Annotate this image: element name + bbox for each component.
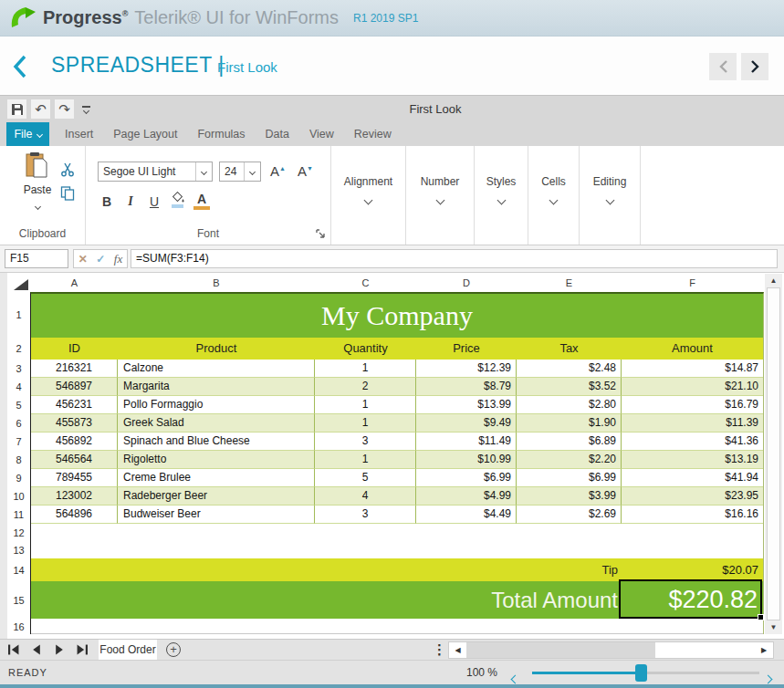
cell-E7[interactable]: $6.89 [517,433,622,451]
next-example-button[interactable] [741,53,768,80]
header-cell-id[interactable]: ID [31,338,118,360]
empty-row[interactable] [31,524,763,541]
bold-button[interactable]: B [99,190,115,210]
cell-B5[interactable]: Pollo Formaggio [118,396,315,414]
formula-input[interactable]: =SUM(F3:F14) [131,249,778,268]
row-header-11[interactable]: 11 [7,506,30,524]
cancel-icon[interactable]: ✕ [78,253,88,266]
shrink-font-button[interactable]: A▼ [298,163,313,179]
cell-E5[interactable]: $2.80 [517,396,622,414]
cell-A3[interactable]: 216321 [31,360,118,378]
header-cell-tax[interactable]: Tax [517,338,622,360]
cell-D4[interactable]: $8.79 [416,378,517,396]
row-header-1[interactable]: 1 [7,292,30,338]
cell-C3[interactable]: 1 [315,360,416,378]
header-cell-product[interactable]: Product [118,338,315,360]
underline-button[interactable]: U [146,190,162,210]
ribbon-group-editing[interactable]: Editing [580,146,641,245]
cell-B9[interactable]: Creme Brulee [118,469,315,487]
font-dialog-launcher-icon[interactable] [316,229,325,238]
cell-B10[interactable]: Radeberger Beer [118,487,315,506]
cut-icon[interactable] [60,162,75,177]
cell-C7[interactable]: 3 [315,433,416,451]
column-header-C[interactable]: C [315,274,416,292]
splitter-grip-icon[interactable]: ⋮ [433,641,446,658]
cell-E4[interactable]: $3.52 [517,378,622,396]
cell-D9[interactable]: $6.99 [416,469,517,487]
column-header-E[interactable]: E [517,274,622,292]
row-header-2[interactable]: 2 [7,338,30,360]
ribbon-tab-review[interactable]: Review [344,122,402,146]
cell-E6[interactable]: $1.90 [517,414,622,433]
cell-C6[interactable]: 1 [315,414,416,433]
file-menu-button[interactable]: File [6,122,49,146]
cell-E11[interactable]: $2.69 [517,506,622,524]
row-header-14[interactable]: 14 [7,558,30,581]
back-chevron-icon[interactable] [13,55,27,78]
ribbon-group-alignment[interactable]: Alignment [331,146,406,245]
zoom-slider-thumb[interactable] [635,664,647,682]
save-button[interactable] [7,99,26,119]
row-header-12[interactable]: 12 [7,524,30,541]
cell-D7[interactable]: $11.49 [416,433,517,451]
cell-B3[interactable]: Calzone [118,360,315,378]
previous-example-button[interactable] [709,53,737,80]
ribbon-tab-insert[interactable]: Insert [55,122,103,146]
select-all-button[interactable] [14,279,28,290]
worksheet-grid[interactable]: My Company IDProductQuantityPriceTaxAmou… [30,292,764,634]
column-header-A[interactable]: A [31,274,118,292]
scroll-down-icon[interactable]: ▼ [765,623,782,631]
last-sheet-icon[interactable] [76,644,89,655]
empty-row[interactable] [31,619,763,634]
row-header-6[interactable]: 6 [7,414,30,433]
cell-F6[interactable]: $11.39 [622,414,763,433]
font-size-combobox[interactable]: 24 [219,162,261,182]
vertical-scroll-thumb[interactable] [767,287,780,620]
cell-C4[interactable]: 2 [315,378,416,396]
cell-D5[interactable]: $13.99 [416,396,517,414]
cell-B6[interactable]: Greek Salad [118,414,315,433]
cell-F3[interactable]: $14.87 [622,360,763,378]
cell-C9[interactable]: 5 [315,469,416,487]
cell-E8[interactable]: $2.20 [517,451,622,469]
cell-F11[interactable]: $16.16 [622,506,763,524]
row-header-15[interactable]: 15 [7,581,30,619]
total-row[interactable]: Total Amount $220.82 [31,581,763,619]
ribbon-group-number[interactable]: Number [406,146,475,245]
cell-A6[interactable]: 455873 [31,414,118,433]
insert-function-icon[interactable]: fx [114,252,122,266]
cell-D6[interactable]: $9.49 [416,414,517,433]
cell-A10[interactable]: 123002 [31,487,118,506]
paste-button[interactable]: Paste [18,151,57,213]
vertical-scrollbar[interactable]: ▲ ▼ [765,274,782,634]
row-header-13[interactable]: 13 [7,541,30,558]
fill-color-button[interactable] [170,190,186,210]
tip-row[interactable]: Tip $20.07 [31,558,763,581]
cell-A4[interactable]: 546897 [31,378,118,396]
horizontal-scrollbar[interactable]: ◀ ▶ [448,641,774,659]
undo-button[interactable]: ↶ [31,99,50,119]
column-header-D[interactable]: D [416,274,517,292]
cell-A5[interactable]: 456231 [31,396,118,414]
cell-C8[interactable]: 1 [315,451,416,469]
row-header-8[interactable]: 8 [7,451,30,469]
cell-C5[interactable]: 1 [315,396,416,414]
cell-E3[interactable]: $2.48 [517,360,622,378]
scroll-up-icon[interactable]: ▲ [765,276,782,285]
row-header-5[interactable]: 5 [7,396,30,414]
cell-C11[interactable]: 3 [315,506,416,524]
previous-sheet-icon[interactable] [30,644,43,655]
row-header-3[interactable]: 3 [7,360,30,378]
combo-dropdown[interactable] [244,162,260,181]
cell-A11[interactable]: 564896 [31,506,118,524]
row-header-4[interactable]: 4 [7,378,30,396]
grow-font-button[interactable]: A▲ [270,163,286,179]
copy-icon[interactable] [60,186,75,201]
ribbon-tab-view[interactable]: View [299,122,344,146]
cell-D11[interactable]: $4.49 [416,506,517,524]
cell-B7[interactable]: Spinach and Blue Cheese [118,433,315,451]
first-sheet-icon[interactable] [7,644,20,655]
row-header-9[interactable]: 9 [7,469,30,487]
ribbon-tab-page-layout[interactable]: Page Layout [103,122,187,146]
font-color-button[interactable]: A [193,190,210,210]
